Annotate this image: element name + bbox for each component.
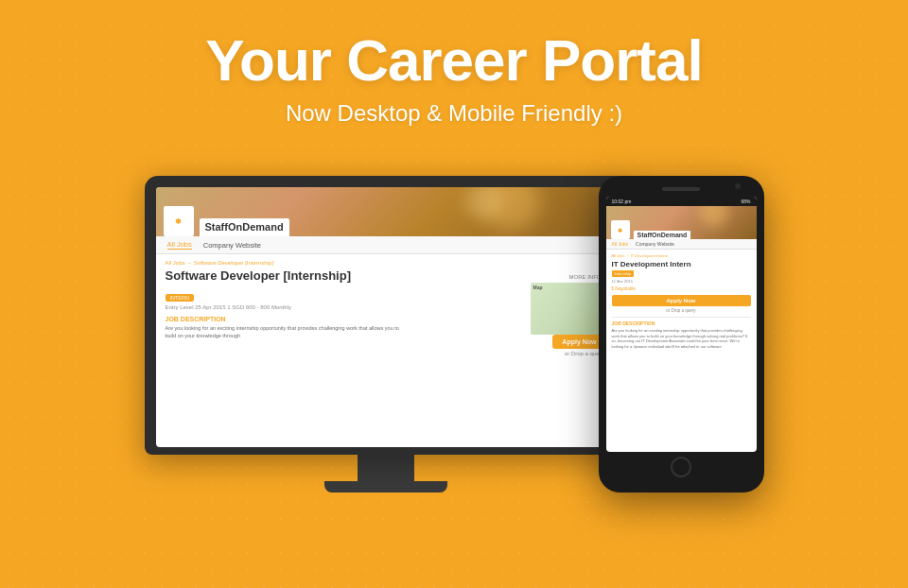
phone-status-bar: 10:02 pm 68% bbox=[606, 197, 757, 206]
desktop-company-name: StaffOnDemand bbox=[200, 218, 289, 236]
phone-content: All Jobs → IT Development Intern IT Deve… bbox=[606, 250, 757, 353]
phone-battery: 68% bbox=[741, 199, 750, 204]
desktop-nav-company[interactable]: Company Website bbox=[203, 241, 261, 250]
desktop-more-info: MORE INFO bbox=[569, 274, 602, 280]
desktop-map-bg bbox=[531, 283, 606, 335]
phone-badges: Internship bbox=[612, 270, 751, 277]
phone-speaker bbox=[662, 187, 700, 191]
phone-salary: $ Negotiable bbox=[612, 286, 751, 291]
phone-logo-box: ✱ bbox=[611, 220, 630, 239]
screen-header-bg: ✱ StaffOnDemand bbox=[156, 187, 616, 236]
phone-logo-icon: ✱ bbox=[618, 227, 622, 233]
phone-outer: 10:02 pm 68% ✱ StaffOnDemand bbox=[599, 176, 764, 493]
phone-job-title: IT Development Intern bbox=[612, 260, 751, 268]
monitor-stand-base bbox=[324, 481, 447, 493]
phone-time: 10:02 pm bbox=[612, 199, 632, 204]
devices-wrapper: ✱ StaffOnDemand All Jobs Company Website… bbox=[123, 157, 785, 497]
monitor-screen: ✱ StaffOnDemand All Jobs Company Website… bbox=[156, 187, 616, 447]
desktop-nav-alljobs[interactable]: All Jobs bbox=[167, 240, 192, 250]
phone-section-title: JOB DESCRIPTION bbox=[612, 320, 751, 326]
desktop-logo-icon: ✱ bbox=[166, 208, 192, 234]
phone-nav: All Jobs Company Website bbox=[606, 239, 757, 250]
phone-home-button[interactable] bbox=[671, 457, 691, 477]
screen-logo-area: ✱ StaffOnDemand bbox=[164, 206, 289, 236]
phone-nav-alljobs[interactable]: All Jobs bbox=[612, 241, 629, 247]
page-title: Your Career Portal bbox=[205, 28, 702, 93]
phone-drop-query[interactable]: or Drop a query bbox=[612, 308, 751, 313]
desktop-map-label: Map bbox=[533, 285, 543, 290]
desktop-map-area: Map bbox=[531, 283, 606, 335]
phone-breadcrumb: All Jobs → IT Development Intern bbox=[612, 253, 751, 258]
desktop-logo-box: ✱ bbox=[164, 206, 194, 236]
desktop-desc-text: Are you looking for an exciting internsh… bbox=[166, 325, 408, 339]
desktop-content: All Jobs → Software Developer [Internshi… bbox=[156, 254, 616, 345]
desktop-nav: All Jobs Company Website bbox=[156, 236, 616, 254]
page-subtitle: Now Desktop & Mobile Friendly :) bbox=[286, 100, 622, 127]
desktop-breadcrumb: All Jobs → Software Developer [Internshi… bbox=[166, 260, 606, 266]
phone-divider bbox=[612, 317, 751, 318]
mobile-phone: 10:02 pm 68% ✱ StaffOnDemand bbox=[599, 176, 764, 497]
phone-company-name: StaffOnDemand bbox=[634, 231, 691, 239]
phone-nav-company[interactable]: Company Website bbox=[636, 241, 674, 247]
phone-screen: 10:02 pm 68% ✱ StaffOnDemand bbox=[606, 197, 757, 452]
monitor-outer: ✱ StaffOnDemand All Jobs Company Website… bbox=[145, 176, 627, 455]
phone-desc-text: Are you looking for an exciting internsh… bbox=[612, 328, 751, 349]
monitor-stand-neck bbox=[358, 455, 414, 481]
desktop-monitor: ✱ StaffOnDemand All Jobs Company Website… bbox=[145, 176, 627, 497]
desktop-badge: INTERN bbox=[166, 294, 194, 302]
phone-apply-button[interactable]: Apply Now bbox=[612, 295, 751, 306]
phone-meta: 11 Mar 2015 bbox=[612, 279, 751, 284]
phone-logo-area: ✱ StaffOnDemand bbox=[611, 220, 691, 239]
desktop-job-title: Software Developer [Internship] bbox=[166, 268, 606, 283]
phone-badge-internship: Internship bbox=[612, 270, 635, 277]
phone-header-bg: ✱ StaffOnDemand bbox=[606, 206, 757, 239]
phone-camera bbox=[735, 183, 741, 189]
hero-container: Your Career Portal Now Desktop & Mobile … bbox=[0, 0, 908, 588]
